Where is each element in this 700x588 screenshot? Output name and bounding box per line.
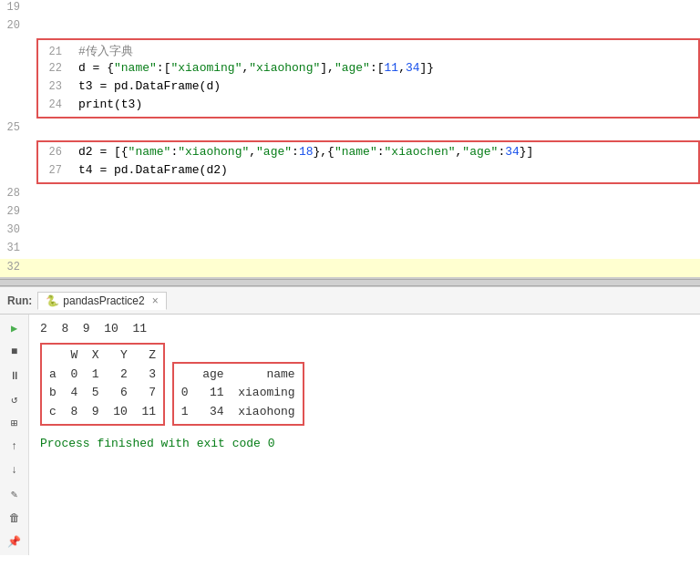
run-button[interactable]: ▶ xyxy=(5,318,25,338)
tab-name: pandasPractice2 xyxy=(63,294,144,307)
python-icon: 🐍 xyxy=(46,294,59,307)
code-box-1: 21 #传入字典 22 d = {"name":["xiaoming","xia… xyxy=(36,38,700,119)
run-panel: Run: 🐍 pandasPractice2 × ▶ ■ ⏸ ↺ ⊞ ↑ ↓ ✎… xyxy=(0,286,700,555)
run-label: Run: xyxy=(7,294,32,307)
code-line-23: 23 t3 = pd.DataFrame(d) xyxy=(42,78,695,97)
code-line-28: 28 xyxy=(0,186,700,204)
panel-divider xyxy=(0,279,700,286)
output-table-1: W X Y Z a 0 1 2 3 b 4 5 6 7 c 8 9 10 11 xyxy=(40,343,165,426)
down-button[interactable]: ↓ xyxy=(5,460,25,480)
code-line-32: 32 xyxy=(0,259,700,277)
output-table-2: age name 0 11 xiaoming 1 34 xiaohong xyxy=(172,362,304,426)
editor-area: 19 20 21 #传入字典 xyxy=(0,0,700,279)
code-line-21: 21 #传入字典 xyxy=(42,42,695,60)
delete-button[interactable]: 🗑 xyxy=(5,508,25,528)
table1-row-3: c 8 9 10 11 xyxy=(49,403,156,422)
code-line-29: 29 xyxy=(0,204,700,222)
table1-row-2: b 4 5 6 7 xyxy=(49,384,156,403)
code-line-27: 27 t4 = pd.DataFrame(d2) xyxy=(42,162,695,181)
run-toolbar: ▶ ■ ⏸ ↺ ⊞ ↑ ↓ ✎ 🗑 📌 xyxy=(0,315,29,555)
table1-header: W X Y Z xyxy=(49,346,156,366)
rerun-button[interactable]: ↺ xyxy=(5,389,25,409)
run-tab[interactable]: 🐍 pandasPractice2 × xyxy=(37,292,166,310)
table1-row-1: a 0 1 2 3 xyxy=(49,366,156,385)
code-line-25: 25 xyxy=(0,120,700,139)
code-line-26: 26 d2 = [{"name":"xiaohong","age":18},{"… xyxy=(42,144,695,162)
code-line-22: 22 d = {"name":["xiaoming","xiaohong"],"… xyxy=(42,60,695,78)
pin-button[interactable]: 📌 xyxy=(5,531,25,552)
up-button[interactable]: ↑ xyxy=(5,437,25,457)
pause-button[interactable]: ⏸ xyxy=(5,366,25,386)
table2-row-1: 0 11 xiaoming xyxy=(181,384,295,403)
code-line-31: 31 xyxy=(0,241,700,259)
settings-button[interactable]: ⊞ xyxy=(5,413,25,433)
table2-header: age name xyxy=(181,366,295,385)
code-line-20: 20 xyxy=(0,18,700,36)
table2-row-2: 1 34 xiaohong xyxy=(181,403,295,422)
tab-close-btn[interactable]: × xyxy=(152,294,159,307)
code-box-2: 26 d2 = [{"name":"xiaohong","age":18},{"… xyxy=(0,140,700,184)
process-finished: Process finished with exit code 0 xyxy=(40,435,689,453)
code-line-19: 19 xyxy=(0,0,700,18)
output-line-1: 2 8 9 10 11 xyxy=(40,320,689,339)
code-line-24: 24 print(t3) xyxy=(42,97,695,115)
run-header: Run: 🐍 pandasPractice2 × xyxy=(0,287,700,315)
edit-button[interactable]: ✎ xyxy=(5,484,25,504)
code-line-30: 30 xyxy=(0,222,700,241)
run-output: 2 8 9 10 11 W X Y Z a 0 1 2 3 b 4 5 6 7 … xyxy=(29,315,700,555)
stop-button[interactable]: ■ xyxy=(5,342,25,362)
run-body: ▶ ■ ⏸ ↺ ⊞ ↑ ↓ ✎ 🗑 📌 2 8 9 10 11 W X Y Z … xyxy=(0,315,700,555)
